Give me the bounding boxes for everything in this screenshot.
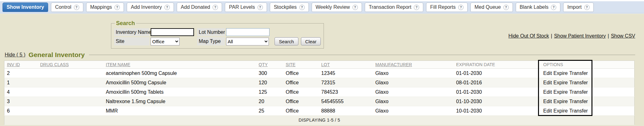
column-header-manufacturer[interactable]: MANUFACTURER xyxy=(373,61,454,69)
expire-link[interactable]: Expire xyxy=(553,89,568,95)
cell-manufacturer: Glaxo xyxy=(373,106,454,116)
tab-label: Import xyxy=(567,4,581,10)
cell-qty: 20 xyxy=(256,97,283,106)
cell-item-name: MMR xyxy=(103,106,256,116)
transfer-link[interactable]: Transfer xyxy=(569,99,588,104)
content-area: Search Inventory Name Lot Number Site Of… xyxy=(0,14,644,126)
help-icon[interactable]: ? xyxy=(584,5,590,10)
hide-out-of-stock-link[interactable]: Hide Out Of Stock xyxy=(508,33,549,39)
edit-link[interactable]: Edit xyxy=(543,99,552,104)
tab-stockpiles[interactable]: Stockpiles? xyxy=(270,3,309,12)
quick-links: Hide Out Of Stock|Show Patient Inventory… xyxy=(508,33,635,39)
expire-link[interactable]: Expire xyxy=(553,108,568,113)
help-icon[interactable]: ? xyxy=(551,5,556,10)
column-header-lot[interactable]: LOT xyxy=(319,61,373,69)
tab-label: Stockpiles xyxy=(274,4,297,10)
edit-link[interactable]: Edit xyxy=(543,108,552,113)
lot-number-input[interactable] xyxy=(226,28,269,36)
tab-label: Transaction Report xyxy=(369,4,411,10)
header-rule xyxy=(89,55,635,55)
column-header-expiration-date: EXPIRATION DATE xyxy=(454,61,541,69)
transfer-link[interactable]: Transfer xyxy=(569,89,588,95)
cell-expiration-date: 01-01-2030 xyxy=(454,69,541,78)
tab-add-inventory[interactable]: Add Inventory? xyxy=(127,3,174,12)
cell-inv-id: 4 xyxy=(4,87,38,97)
clear-button[interactable]: Clear xyxy=(301,37,321,45)
help-icon[interactable]: ? xyxy=(164,5,170,10)
cell-lot: 54545555 xyxy=(319,97,373,106)
tab-label: Weekly Review xyxy=(316,4,350,10)
tab-import[interactable]: Import? xyxy=(563,3,593,12)
tab-med-queue[interactable]: Med Queue? xyxy=(470,3,513,12)
show-patient-inventory-link[interactable]: Show Patient Inventory xyxy=(554,33,606,39)
expire-link[interactable]: Expire xyxy=(553,71,568,76)
cell-lot: 784523 xyxy=(319,87,373,97)
show-csv-link[interactable]: Show CSV xyxy=(611,33,635,39)
table-body: 2acetaminophen 500mg Capsule300Office123… xyxy=(4,69,635,116)
cell-options: EditExpireTransfer xyxy=(541,78,635,87)
help-icon[interactable]: ? xyxy=(213,5,218,10)
table-row: 1Amoxicillin 500mg Capsule120Office72315… xyxy=(4,78,635,87)
expire-link[interactable]: Expire xyxy=(553,99,568,104)
tab-par-levels[interactable]: PAR Levels? xyxy=(225,3,267,12)
tab-weekly-review[interactable]: Weekly Review? xyxy=(312,3,362,12)
hide-count-link[interactable]: Hide ( 5 ) xyxy=(5,52,25,58)
tab-label: Control xyxy=(55,4,71,10)
tab-blank-labels[interactable]: Blank Labels? xyxy=(516,3,561,12)
column-header-inv-id[interactable]: INV ID xyxy=(4,61,38,69)
map-type-select[interactable]: All xyxy=(226,38,269,45)
tab-mappings[interactable]: Mappings? xyxy=(86,3,124,12)
transfer-link[interactable]: Transfer xyxy=(569,80,588,85)
edit-link[interactable]: Edit xyxy=(543,80,552,85)
help-icon[interactable]: ? xyxy=(74,5,79,10)
help-icon[interactable]: ? xyxy=(299,5,305,10)
tab-add-donated[interactable]: Add Donated? xyxy=(177,3,222,12)
transfer-link[interactable]: Transfer xyxy=(569,108,588,113)
cell-lot: 72315 xyxy=(319,78,373,87)
tab-label: Mappings xyxy=(90,4,112,10)
cell-options: EditExpireTransfer xyxy=(541,106,635,116)
lot-number-label: Lot Number xyxy=(197,28,225,36)
search-panel: Search Inventory Name Lot Number Site Of… xyxy=(111,20,324,49)
cell-expiration-date: 08-01-2016 xyxy=(454,78,541,87)
help-icon[interactable]: ? xyxy=(114,5,120,10)
tab-transaction-report[interactable]: Transaction Report? xyxy=(365,3,423,12)
help-icon[interactable]: ? xyxy=(353,5,358,10)
expire-link[interactable]: Expire xyxy=(553,80,568,85)
transfer-link[interactable]: Transfer xyxy=(569,71,588,76)
page-title: General Inventory xyxy=(29,51,85,59)
cell-qty: 125 xyxy=(256,87,283,97)
tab-show-inventory[interactable]: Show Inventory xyxy=(3,3,48,12)
cell-manufacturer: Glaxo xyxy=(373,97,454,106)
site-select[interactable]: Office xyxy=(151,38,180,45)
inventory-name-label: Inventory Name xyxy=(114,28,149,36)
cell-expiration-date: 01-01-2030 xyxy=(454,87,541,97)
help-icon[interactable]: ? xyxy=(503,5,509,10)
tab-bar: Show InventoryControl?Mappings?Add Inven… xyxy=(0,1,644,13)
table-row: 4Amoxicillin 500mg Tablets125Office78452… xyxy=(4,87,635,97)
tab-fill-reports[interactable]: Fill Reports? xyxy=(426,3,468,12)
cell-manufacturer: Glaxo xyxy=(373,69,454,78)
search-legend: Search xyxy=(115,20,136,27)
cell-drug-class xyxy=(38,78,103,87)
inventory-name-input[interactable] xyxy=(151,28,194,36)
cell-item-name: Amoxicillin 500mg Capsule xyxy=(103,78,256,87)
cell-inv-id: 3 xyxy=(4,97,38,106)
cell-expiration-date: 01-10-2030 xyxy=(454,97,541,106)
help-icon[interactable]: ? xyxy=(258,5,263,10)
column-header-site[interactable]: SITE xyxy=(283,61,319,69)
search-button[interactable]: Search xyxy=(275,37,298,45)
map-type-label: Map Type xyxy=(197,37,225,45)
cell-expiration-date: 10-01-2030 xyxy=(454,106,541,116)
help-icon[interactable]: ? xyxy=(414,5,419,10)
cell-options: EditExpireTransfer xyxy=(541,87,635,97)
column-header-qty[interactable]: QTY xyxy=(256,61,283,69)
tab-control[interactable]: Control? xyxy=(51,3,83,12)
cell-site: Office xyxy=(283,97,319,106)
link-separator: | xyxy=(551,33,552,39)
edit-link[interactable]: Edit xyxy=(543,89,552,95)
help-icon[interactable]: ? xyxy=(458,5,464,10)
column-header-drug-class[interactable]: DRUG CLASS xyxy=(38,61,103,69)
column-header-item-name[interactable]: ITEM NAME xyxy=(103,61,256,69)
edit-link[interactable]: Edit xyxy=(543,71,552,76)
